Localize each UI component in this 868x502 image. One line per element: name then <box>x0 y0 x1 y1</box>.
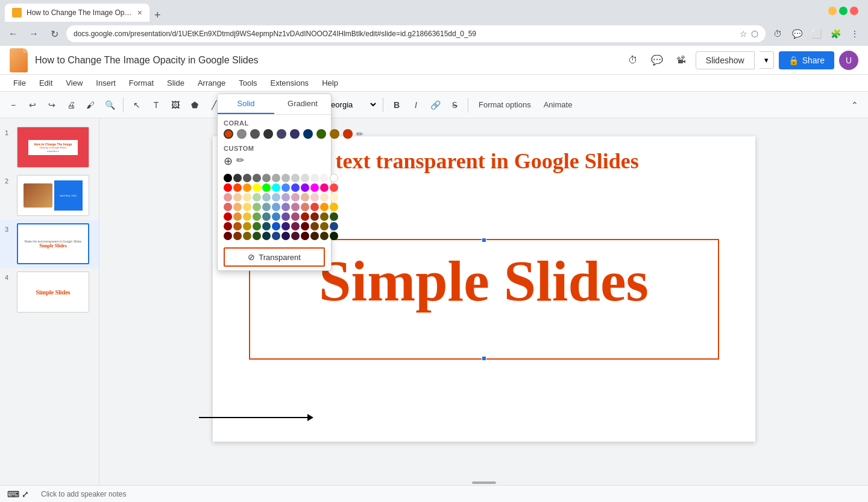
tab-close-button[interactable]: × <box>137 8 142 17</box>
coral-color-9[interactable] <box>330 129 339 139</box>
image-button[interactable]: 🖼 <box>167 97 184 113</box>
grid-cell[interactable] <box>330 212 338 221</box>
window-maximize-button[interactable] <box>839 7 848 15</box>
grid-cell[interactable] <box>243 183 251 192</box>
handle-top[interactable] <box>482 238 486 243</box>
grid-cell[interactable] <box>243 222 251 230</box>
grid-cell[interactable] <box>320 203 329 211</box>
grid-cell[interactable] <box>224 212 232 221</box>
grid-cell[interactable] <box>262 193 271 202</box>
grid-cell[interactable] <box>224 222 232 230</box>
coral-color-7[interactable] <box>303 129 313 139</box>
comment-icon[interactable]: 💬 <box>788 25 805 42</box>
menu-help[interactable]: Help <box>316 76 344 90</box>
grid-cell[interactable] <box>330 193 338 202</box>
grid-cell[interactable] <box>330 222 338 230</box>
grid-cell[interactable] <box>262 174 271 182</box>
zoom-out-button[interactable]: − <box>5 97 22 113</box>
grid-cell[interactable] <box>281 222 290 230</box>
grid-cell[interactable] <box>253 193 261 202</box>
grid-cell[interactable] <box>233 183 242 192</box>
grid-cell[interactable] <box>253 174 261 182</box>
grid-cell[interactable] <box>253 203 261 211</box>
grid-cell[interactable] <box>310 174 319 182</box>
slideshow-dropdown-button[interactable]: ▾ <box>760 51 774 69</box>
grid-cell[interactable] <box>301 222 309 230</box>
slide-thumb-4[interactable]: 4 Simple Slides <box>0 268 99 316</box>
transparent-button[interactable]: ⊘ Transparent <box>224 247 325 267</box>
grid-cell[interactable] <box>291 193 300 202</box>
grid-cell[interactable] <box>301 232 309 240</box>
grid-cell[interactable] <box>320 174 329 182</box>
grid-cell[interactable] <box>310 212 319 221</box>
text-button[interactable]: T <box>148 97 165 113</box>
grid-cell[interactable] <box>233 174 242 182</box>
grid-cell[interactable] <box>310 193 319 202</box>
animate-button[interactable]: Animate <box>539 98 577 112</box>
grid-cell[interactable] <box>301 203 309 211</box>
coral-color-10[interactable] <box>343 129 353 139</box>
grid-cell[interactable] <box>253 222 261 230</box>
italic-button[interactable]: I <box>407 97 424 113</box>
window-close-button[interactable] <box>850 7 858 15</box>
back-button[interactable]: ← <box>5 25 22 42</box>
paint-format-button[interactable]: 🖌 <box>82 97 99 113</box>
extension-icon[interactable]: 🧩 <box>827 25 844 42</box>
grid-cell[interactable] <box>281 212 290 221</box>
grid-cell[interactable] <box>330 203 338 211</box>
history-icon[interactable]: ⏱ <box>769 25 786 42</box>
address-bar[interactable]: docs.google.com/presentation/d/1UEtKEn9X… <box>66 25 766 42</box>
grid-cell[interactable] <box>330 174 338 182</box>
grid-cell[interactable] <box>233 193 242 202</box>
eyedropper-button[interactable]: ✏ <box>236 154 244 168</box>
coral-color-8[interactable] <box>316 129 326 139</box>
history-button[interactable]: ⏱ <box>623 51 643 70</box>
menu-arrange[interactable]: Arrange <box>192 76 231 90</box>
add-custom-color-button[interactable]: ⊕ <box>224 154 233 168</box>
grid-cell[interactable] <box>281 193 290 202</box>
grid-cell[interactable] <box>233 203 242 211</box>
coral-color-6[interactable] <box>290 129 300 139</box>
grid-cell[interactable] <box>291 222 300 230</box>
forward-button[interactable]: → <box>25 25 42 42</box>
grid-cell[interactable] <box>281 174 290 182</box>
slide-thumb-3[interactable]: 3 Make the text transparent in Google Sl… <box>0 220 99 268</box>
grid-cell[interactable] <box>320 183 329 192</box>
grid-cell[interactable] <box>243 193 251 202</box>
grid-cell[interactable] <box>291 174 300 182</box>
coral-color-4[interactable] <box>263 129 273 139</box>
user-avatar[interactable]: U <box>839 51 858 70</box>
menu-file[interactable]: File <box>7 76 32 90</box>
grid-cell[interactable] <box>243 203 251 211</box>
grid-cell[interactable] <box>262 183 271 192</box>
grid-cell[interactable] <box>291 183 300 192</box>
grid-cell[interactable] <box>330 183 338 192</box>
menu-format[interactable]: Format <box>123 76 160 90</box>
grid-cell[interactable] <box>262 203 271 211</box>
grid-cell[interactable] <box>310 232 319 240</box>
grid-cell[interactable] <box>224 183 232 192</box>
grid-cell[interactable] <box>272 222 280 230</box>
grid-cell[interactable] <box>291 203 300 211</box>
handle-bottom[interactable] <box>482 356 486 361</box>
shape-button[interactable]: ⬟ <box>186 97 203 113</box>
grid-cell[interactable] <box>224 203 232 211</box>
keyboard-shortcut-button[interactable]: ⌨ <box>7 489 19 499</box>
slide-thumb-1[interactable]: 1 How to Change The Image Opacity in Goo… <box>0 123 99 171</box>
undo-button[interactable]: ↩ <box>24 97 41 113</box>
active-tab[interactable]: How to Change The Image Opac... × <box>5 4 149 22</box>
screen-icon[interactable]: ⬜ <box>808 25 825 42</box>
grid-cell[interactable] <box>310 222 319 230</box>
grid-cell[interactable] <box>301 174 309 182</box>
grid-cell[interactable] <box>272 174 280 182</box>
grid-cell[interactable] <box>281 232 290 240</box>
grid-cell[interactable] <box>243 212 251 221</box>
menu-insert[interactable]: Insert <box>90 76 122 90</box>
strikethrough-button[interactable]: S̶ <box>446 97 463 113</box>
collapse-button[interactable]: ⌃ <box>846 97 863 113</box>
grid-cell[interactable] <box>310 183 319 192</box>
grid-cell[interactable] <box>272 212 280 221</box>
select-button[interactable]: ↖ <box>128 97 145 113</box>
print-button[interactable]: 🖨 <box>63 97 80 113</box>
new-tab-button[interactable]: + <box>149 9 166 22</box>
